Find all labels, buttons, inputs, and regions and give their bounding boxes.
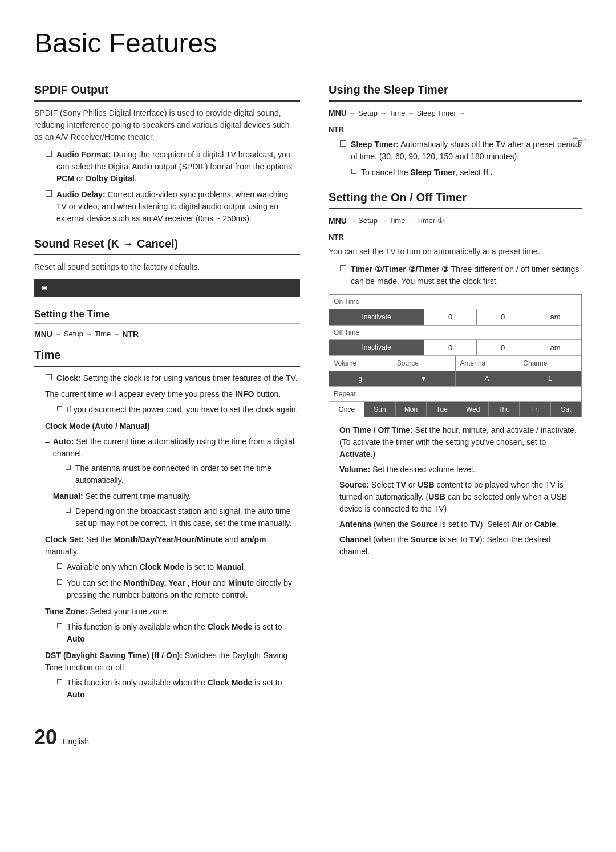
dash-icon: – [45,490,50,502]
left-column: SPDIF Output SPDIF (Sony Philips Digital… [34,81,300,705]
off-time-ampm: am [529,340,581,356]
menu-mnu: MNU [329,215,347,227]
on-off-timer-intro: You can set the TV to turn on automatica… [329,246,582,258]
bullet-icon [46,190,52,197]
menu-ntr: NTR [122,328,139,340]
arrow-icon: → [55,329,62,339]
clock-set-item: Clock Set: Set the Month/Day/Year/Hour/M… [45,534,300,558]
repeat-wed: Wed [457,402,488,417]
setting-time-menu: MNU → Setup → Time → NTR [34,328,300,340]
repeat-mon: Mon [396,402,427,417]
menu-time: Time [389,215,405,226]
sound-reset-bar: ◙ [34,279,300,297]
bullet-icon-small [57,563,62,569]
you-can-set-note: You can set the Month/Day, Year , Hour a… [57,577,300,601]
on-time-ampm: am [529,309,581,325]
available-note: Available only when Clock Mode is set to… [57,561,300,573]
repeat-fri: Fri [520,402,550,417]
vsac-value-row: g ▼ A 1 [329,371,581,386]
bullet-icon [46,151,52,157]
antenna-desc: Antenna (when the Source is set to TV): … [339,518,582,530]
dst-item: DST (Daylight Saving Time) (ff / On): Sw… [45,650,300,674]
cancel-note: To cancel the Sleep Timer, select ff . [351,167,582,178]
on-off-timer-menu: MNU → Setup → Time → Timer ① [329,215,582,227]
spdif-title: SPDIF Output [34,81,300,102]
page-number-label: English [63,736,89,748]
bullet-icon-small [66,465,71,470]
sleep-timer-title: Using the Sleep Timer [329,81,582,102]
manual-note: Depending on the broadcast station and s… [66,505,300,529]
sound-reset-section: Sound Reset (K → Cancel) Reset all sound… [34,235,300,297]
source-value: ▼ [392,371,456,386]
finger-icon: ☞ [571,133,587,151]
sleep-timer-content: Sleep Timer: Automatically shuts off the… [329,139,582,178]
clock-text: Clock: Setting the clock is for using va… [56,372,298,384]
antenna-header: Antenna [456,356,519,371]
clock-bullet: Clock: Setting the clock is for using va… [46,372,300,384]
repeat-header-row: Repeat [329,386,581,401]
audio-delay-bullet: Audio Delay: Correct audio-video sync pr… [46,189,300,225]
repeat-once: Once [329,402,364,417]
dst-note: This function is only available when the… [57,677,300,701]
bullet-icon-small [57,623,62,628]
channel-header: Channel [518,356,581,371]
power-cord-note: If you disconnect the power cord, you ha… [57,404,300,416]
sleep-timer-bullet: Sleep Timer: Automatically shuts off the… [340,139,582,163]
menu-ntr-right: NTR [329,124,582,135]
spdif-section: SPDIF Output SPDIF (Sony Philips Digital… [34,81,300,225]
arrow-icon: → [349,216,356,226]
available-note-text: Available only when Clock Mode is set to… [67,561,246,573]
dst-note-text: This function is only available when the… [67,677,300,701]
manual-item: – Manual: Set the current time manually. [45,490,300,502]
arrow-icon: → [86,329,92,339]
bullet-icon-small [66,508,71,513]
cancel-note-text: To cancel the Sleep Timer, select ff . [361,167,493,178]
right-column: Using the Sleep Timer MNU → Setup → Time… [329,81,582,705]
repeat-thu: Thu [489,402,520,417]
off-time-min: 0 [477,340,529,356]
source-desc: Source: Select TV or USB content to be p… [339,479,582,515]
timer-table: On Time Inactivate 0 0 am Off Time Inact… [329,294,582,417]
arrow-icon: → [459,108,465,119]
on-time-desc: On Time / Off Time: Set the hour, minute… [339,424,582,460]
dash-icon: – [45,436,50,460]
page-number: 20 [34,722,57,753]
manual-text: Manual: Set the current time manually. [53,490,191,502]
arrow-icon: → [113,329,120,339]
on-off-timer-section: Setting the On / Off Timer MNU → Setup →… [329,189,582,558]
menu-ntr-timer: NTR [329,232,582,243]
clock-mode-title: Clock Mode (Auto / Manual) [45,420,300,432]
timer-bullet: Timer ①/Timer ②/Timer ③ Three different … [340,263,582,287]
sleep-timer-text: Sleep Timer: Automatically shuts off the… [351,139,582,163]
menu-sleep-timer: Sleep Timer [416,108,456,119]
repeat-sat: Sat [551,402,581,417]
audio-format-bullet: Audio Format: During the reception of a … [46,149,300,185]
audio-format-text: Audio Format: During the reception of a … [56,149,300,185]
bullet-icon-small [57,406,62,411]
on-off-timer-title: Setting the On / Off Timer [329,189,582,209]
arrow-icon: → [380,108,387,119]
repeat-header: Repeat [329,387,581,401]
time-section: Time Clock: Setting the clock is for usi… [34,346,300,701]
bullet-icon [46,374,52,380]
menu-time: Time [95,328,111,340]
antenna-value: A [456,371,519,386]
on-time-min: 0 [477,309,529,325]
bullet-icon [340,265,346,271]
arrow-icon: → [349,108,356,119]
manual-note-text: Depending on the broadcast station and s… [75,505,300,529]
time-zone-note-text: This function is only available when the… [67,621,300,645]
spdif-body: SPDIF (Sony Philips Digital Interface) i… [34,107,300,143]
on-time-row: Inactivate 0 0 am [329,309,581,325]
page-number-area: 20 English [34,722,582,753]
setting-time-section: Setting the Time MNU → Setup → Time → NT… [34,307,300,340]
sleep-timer-menu: MNU → Setup → Time → Sleep Timer → [329,107,582,119]
setting-time-title: Setting the Time [34,307,300,324]
on-time-hour: 0 [424,309,477,325]
off-time-inactivate: Inactivate [329,340,424,356]
volume-value: g [329,371,392,386]
volume-header: Volume [329,356,392,371]
sound-reset-title: Sound Reset (K → Cancel) [34,235,300,255]
you-can-set-text: You can set the Month/Day, Year , Hour a… [67,577,300,601]
audio-delay-text: Audio Delay: Correct audio-video sync pr… [56,189,300,225]
